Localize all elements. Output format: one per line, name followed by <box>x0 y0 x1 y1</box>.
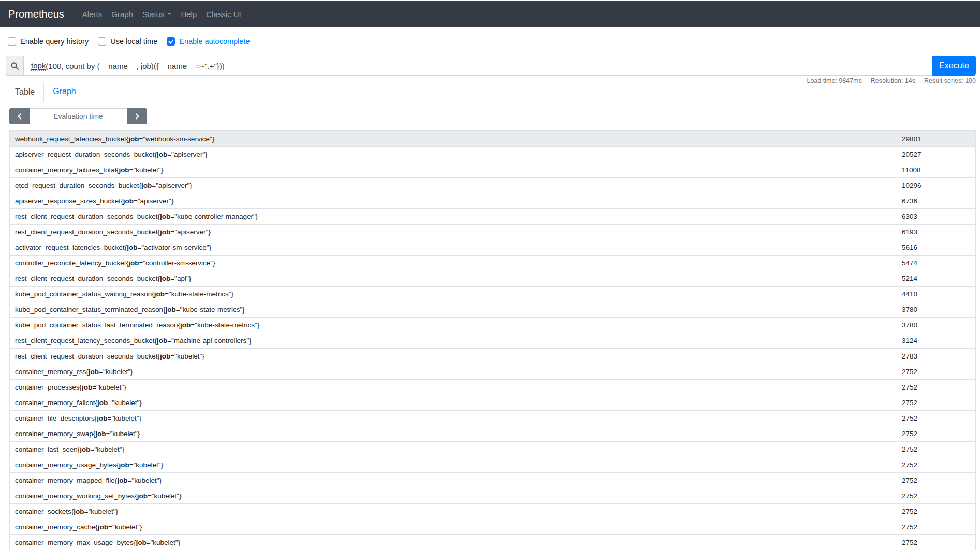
nav-item-alerts[interactable]: Alerts <box>78 10 107 19</box>
metric-value: 2752 <box>902 476 975 484</box>
metric-expression: container_memory_working_set_bytes{job="… <box>10 492 902 500</box>
metric-value: 2752 <box>902 430 975 438</box>
enable-autocomplete-option[interactable]: Enable autocomplete <box>167 37 250 46</box>
query-expression-input[interactable]: topk(100, count by (__name__, job)({__na… <box>23 56 932 76</box>
table-row: container_memory_rss{job="kubelet"} 2752 <box>10 364 975 379</box>
tabs-bar: Load time: 9847ms Resolution: 14s Result… <box>6 82 976 102</box>
nav-item-status-dropdown[interactable]: Status <box>138 10 177 19</box>
table-row: activator_request_latencies_bucket{job="… <box>10 240 975 255</box>
metric-value: 29801 <box>902 135 975 143</box>
search-icon <box>10 62 19 70</box>
local-time-checkbox[interactable] <box>98 37 106 46</box>
metric-expression: container_memory_usage_bytes{job="kubele… <box>10 461 902 469</box>
table-row: container_memory_failures_total{job="kub… <box>10 162 975 177</box>
metric-expression: apiserver_response_sizes_bucket{job="api… <box>10 197 902 205</box>
metric-value: 11008 <box>902 166 975 174</box>
load-time-stat: Load time: 9847ms <box>807 77 861 84</box>
table-row: etcd_request_duration_seconds_bucket{job… <box>10 177 975 193</box>
metric-expression: rest_client_request_duration_seconds_buc… <box>10 352 902 360</box>
metric-expression: apiserver_request_duration_seconds_bucke… <box>10 151 902 158</box>
table-row: kube_pod_container_status_waiting_reason… <box>10 286 975 302</box>
metric-expression: kube_pod_container_status_terminated_rea… <box>10 306 902 314</box>
metric-value: 2752 <box>902 492 975 500</box>
metric-value: 6736 <box>902 197 975 205</box>
table-row: controller_reconcile_latency_bucket{job=… <box>10 255 975 271</box>
metric-expression: kube_pod_container_status_waiting_reason… <box>10 290 902 298</box>
table-row: container_memory_max_usage_bytes{job="ku… <box>10 534 975 550</box>
table-row: container_sockets{job="kubelet"} 2752 <box>10 503 975 519</box>
table-row: container_last_seen{job="kubelet"} 2752 <box>10 441 975 457</box>
metric-expression: rest_client_request_duration_seconds_buc… <box>10 275 902 282</box>
table-row: kube_pod_container_status_last_terminate… <box>10 317 975 333</box>
metric-value: 6193 <box>902 228 975 236</box>
table-row: container_memory_failcnt{job="kubelet"} … <box>10 395 975 410</box>
use-local-time-option[interactable]: Use local time <box>98 37 157 46</box>
metric-expression: container_sockets{job="kubelet"} <box>10 508 902 515</box>
metric-value: 5474 <box>902 259 975 267</box>
table-row: rest_client_request_duration_seconds_buc… <box>10 224 975 240</box>
metric-value: 5214 <box>902 275 975 282</box>
metric-expression: webhook_request_latencies_bucket{job="we… <box>10 135 902 143</box>
metric-value: 2752 <box>902 539 975 546</box>
metric-value: 2752 <box>902 368 975 376</box>
metric-expression: etcd_request_duration_seconds_bucket{job… <box>10 182 902 189</box>
metric-expression: rest_client_request_duration_seconds_buc… <box>10 213 902 220</box>
query-token-topk: topk <box>31 61 46 71</box>
nav-item-classic-ui[interactable]: Classic UI <box>201 10 246 19</box>
metric-expression: container_memory_rss{job="kubelet"} <box>10 368 902 376</box>
metric-expression: kube_pod_container_status_last_terminate… <box>10 321 902 329</box>
options-row: Enable query history Use local time Enab… <box>8 37 976 46</box>
resolution-stat: Resolution: 14s <box>871 77 915 84</box>
metric-value: 2783 <box>902 352 975 360</box>
metric-value: 3124 <box>902 337 975 345</box>
metric-value: 5616 <box>902 244 975 251</box>
evaluation-time-input[interactable] <box>30 108 127 124</box>
metric-expression: rest_client_request_latency_seconds_buck… <box>10 337 902 345</box>
query-bar: topk(100, count by (__name__, job)({__na… <box>6 56 976 76</box>
metric-expression: container_processes{job="kubelet"} <box>10 383 902 391</box>
metric-expression: container_memory_failcnt{job="kubelet"} <box>10 399 902 407</box>
chevron-right-icon <box>134 113 141 120</box>
metric-expression: container_memory_cache{job="kubelet"} <box>10 523 902 531</box>
autocomplete-checkbox[interactable] <box>167 37 175 46</box>
query-history-checkbox[interactable] <box>8 37 16 46</box>
table-row: container_memory_mapped_file{job="kubele… <box>10 472 975 488</box>
brand-prometheus[interactable]: Prometheus <box>8 8 64 20</box>
metric-value: 2752 <box>902 508 975 515</box>
nav-item-help[interactable]: Help <box>176 10 201 19</box>
query-history-label: Enable query history <box>20 37 89 46</box>
metric-value: 6303 <box>902 213 975 220</box>
metric-value: 4410 <box>902 290 975 298</box>
nav-item-graph[interactable]: Graph <box>107 10 138 19</box>
table-row: container_processes{job="kubelet"} 2752 <box>10 379 975 395</box>
metric-value: 3780 <box>902 321 975 329</box>
enable-query-history-option[interactable]: Enable query history <box>8 37 89 46</box>
table-row: container_memory_swap{job="kubelet"} 275… <box>10 426 975 441</box>
next-time-button[interactable] <box>127 108 147 124</box>
metric-value: 2752 <box>902 383 975 391</box>
metric-expression: rest_client_request_duration_seconds_buc… <box>10 228 902 236</box>
tab-table[interactable]: Table <box>6 82 44 102</box>
metric-value: 2752 <box>902 399 975 407</box>
query-expression-rest: (100, count by (__name__, job)({__name__… <box>46 62 224 70</box>
table-row: container_file_descriptors{job="kubelet"… <box>10 410 975 426</box>
table-row: rest_client_request_latency_seconds_buck… <box>10 333 975 348</box>
execute-button[interactable]: Execute <box>932 56 976 76</box>
previous-time-button[interactable] <box>9 108 30 124</box>
result-series-stat: Result series: 100 <box>924 77 976 84</box>
table-row: apiserver_response_sizes_bucket{job="api… <box>10 193 975 208</box>
metric-value: 10296 <box>902 182 975 189</box>
result-table: webhook_request_latencies_bucket{job="we… <box>9 130 976 550</box>
table-row: webhook_request_latencies_bucket{job="we… <box>10 131 975 146</box>
metric-expression: container_memory_max_usage_bytes{job="ku… <box>10 539 902 546</box>
metric-value: 2752 <box>902 445 975 453</box>
table-row: rest_client_request_duration_seconds_buc… <box>10 348 975 364</box>
metric-value: 2752 <box>902 523 975 531</box>
table-row: kube_pod_container_status_terminated_rea… <box>10 302 975 317</box>
metric-expression: container_memory_mapped_file{job="kubele… <box>10 476 902 484</box>
chevron-left-icon <box>16 113 23 120</box>
metric-expression: activator_request_latencies_bucket{job="… <box>10 244 902 251</box>
tab-graph[interactable]: Graph <box>44 82 84 102</box>
metric-expression: container_memory_failures_total{job="kub… <box>10 166 902 174</box>
table-row: container_memory_cache{job="kubelet"} 27… <box>10 519 975 534</box>
